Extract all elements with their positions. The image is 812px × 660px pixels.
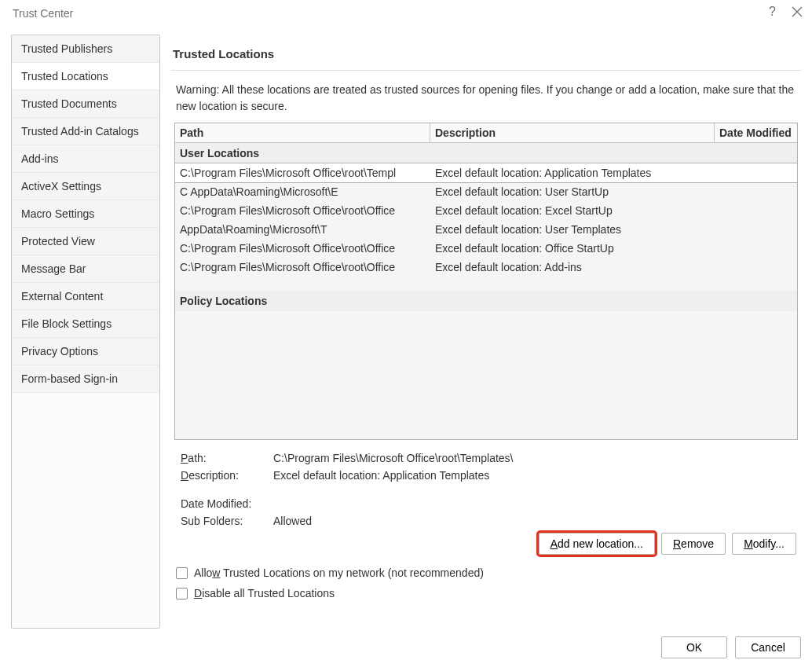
detail-value-description: Excel default location: Application Temp…: [273, 469, 489, 482]
sidebar-item-external-content[interactable]: External Content: [12, 283, 159, 310]
detail-label-description: Description:: [181, 469, 273, 482]
checkbox-icon[interactable]: [176, 567, 188, 579]
sidebar-item-file-block-settings[interactable]: File Block Settings: [12, 310, 159, 338]
allow-network-label: Allow Trusted Locations on my network (n…: [194, 566, 484, 579]
cell-path: C AppData\Roaming\Microsoft\E: [180, 185, 435, 198]
detail-label-sub-folders: Sub Folders:: [181, 515, 273, 527]
page-title: Trusted Locations: [171, 35, 801, 67]
detail-label-path: Path:: [181, 452, 273, 464]
cell-path: C:\Program Files\Microsoft Office\root\O…: [180, 261, 435, 273]
warning-text: Warning: All these locations are treated…: [171, 80, 801, 123]
close-icon[interactable]: [792, 6, 803, 17]
cell-description: Excel default location: User Templates: [435, 223, 710, 236]
dialog-titlebar: Trust Center ?: [0, 0, 812, 27]
group-user-locations: User Locations: [175, 143, 797, 163]
sidebar-item-form-based-signin[interactable]: Form-based Sign-in: [12, 365, 159, 393]
sidebar-item-protected-view[interactable]: Protected View: [12, 228, 159, 255]
group-policy-locations: Policy Locations: [175, 291, 797, 311]
selection-details: Path: C:\Program Files\Microsoft Office\…: [171, 440, 801, 530]
cell-date: [710, 242, 792, 255]
cell-description: Excel default location: Add-ins: [435, 261, 710, 273]
table-row[interactable]: C:\Program Files\Microsoft Office\root\O…: [175, 239, 797, 258]
sidebar-item-add-ins[interactable]: Add-ins: [12, 145, 159, 173]
table-row[interactable]: C:\Program Files\Microsoft Office\root\T…: [175, 163, 797, 182]
column-header-date-modified[interactable]: Date Modified: [715, 123, 797, 142]
table-header: Path Description Date Modified: [175, 123, 797, 143]
column-header-path[interactable]: Path: [175, 123, 430, 142]
disable-all-label: Disable all Trusted Locations: [194, 587, 335, 600]
sidebar-item-activex-settings[interactable]: ActiveX Settings: [12, 173, 159, 200]
help-icon[interactable]: ?: [769, 5, 776, 19]
sidebar-item-trusted-addin-catalogs[interactable]: Trusted Add-in Catalogs: [12, 118, 159, 145]
detail-value-sub-folders: Allowed: [273, 515, 312, 527]
table-row[interactable]: AppData\Roaming\Microsoft\T Excel defaul…: [175, 220, 797, 239]
cell-date: [710, 223, 792, 236]
cell-path: AppData\Roaming\Microsoft\T: [180, 223, 435, 236]
checkbox-icon[interactable]: [176, 588, 188, 600]
sidebar-nav: Trusted Publishers Trusted Locations Tru…: [11, 35, 160, 629]
sidebar-item-privacy-options[interactable]: Privacy Options: [12, 338, 159, 365]
remove-button[interactable]: Remove: [661, 533, 726, 555]
cell-path: C:\Program Files\Microsoft Office\root\O…: [180, 242, 435, 255]
cell-description: Excel default location: User StartUp: [435, 185, 710, 198]
column-header-description[interactable]: Description: [430, 123, 715, 142]
sidebar-item-trusted-locations[interactable]: Trusted Locations: [12, 63, 159, 90]
cell-date: [710, 167, 792, 179]
table-row[interactable]: C:\Program Files\Microsoft Office\root\O…: [175, 201, 797, 220]
cell-path: C:\Program Files\Microsoft Office\root\O…: [180, 204, 435, 217]
detail-value-path: C:\Program Files\Microsoft Office\root\T…: [273, 452, 514, 464]
sidebar-item-macro-settings[interactable]: Macro Settings: [12, 200, 159, 228]
table-row[interactable]: C:\Program Files\Microsoft Office\root\O…: [175, 258, 797, 277]
detail-label-date-modified: Date Modified:: [181, 497, 273, 510]
cell-date: [710, 204, 792, 217]
locations-table: Path Description Date Modified User Loca…: [174, 123, 798, 440]
sidebar-item-trusted-documents[interactable]: Trusted Documents: [12, 90, 159, 118]
sidebar-item-message-bar[interactable]: Message Bar: [12, 255, 159, 283]
modify-button[interactable]: Modify...: [732, 533, 796, 555]
cancel-button[interactable]: Cancel: [735, 636, 801, 658]
cell-date: [710, 261, 792, 273]
ok-button[interactable]: OK: [661, 636, 727, 658]
dialog-footer: OK Cancel: [0, 629, 812, 658]
cell-date: [710, 185, 792, 198]
main-panel: Trusted Locations Warning: All these loc…: [171, 35, 801, 629]
cell-description: Excel default location: Application Temp…: [435, 167, 710, 179]
disable-all-checkbox-row[interactable]: Disable all Trusted Locations: [171, 583, 801, 603]
cell-path: C:\Program Files\Microsoft Office\root\T…: [180, 167, 435, 179]
divider: [171, 70, 801, 71]
sidebar-item-trusted-publishers[interactable]: Trusted Publishers: [12, 35, 159, 63]
table-row[interactable]: C AppData\Roaming\Microsoft\E Excel defa…: [175, 182, 797, 201]
cell-description: Excel default location: Office StartUp: [435, 242, 710, 255]
dialog-title: Trust Center: [13, 7, 73, 20]
allow-network-checkbox-row[interactable]: Allow Trusted Locations on my network (n…: [171, 563, 801, 583]
cell-description: Excel default location: Excel StartUp: [435, 204, 710, 217]
add-new-location-button[interactable]: Add new location...: [539, 533, 655, 555]
